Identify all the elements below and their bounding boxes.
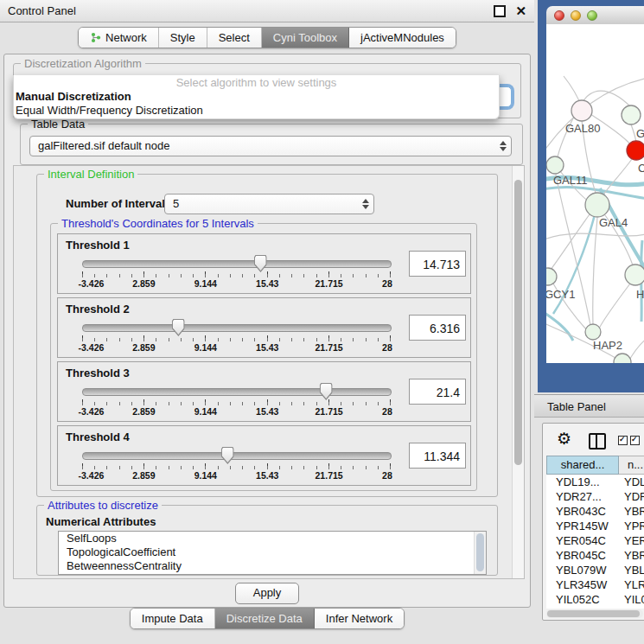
attributes-to-discretize-group: Attributes to discretize Numerical Attri…: [36, 505, 498, 576]
threshold-3-value-field[interactable]: 21.4: [409, 379, 466, 405]
cell-shared-name: YIL052C: [546, 592, 619, 607]
cell-name: YBL0...: [619, 563, 644, 577]
tick-label: 28: [382, 470, 392, 481]
tick-label: 2.859: [132, 406, 155, 417]
dropdown-item-manual-discretization[interactable]: Manual Discretization: [14, 90, 499, 104]
tick-label: -3.426: [79, 342, 105, 353]
node-gal4[interactable]: [585, 193, 609, 217]
slider-thumb[interactable]: [221, 447, 234, 464]
apply-button[interactable]: Apply: [235, 583, 299, 604]
cell-shared-name: YBL079W: [546, 563, 619, 577]
table-row[interactable]: YDR27...YDR2...: [546, 489, 644, 504]
horizontal-scrollbar[interactable]: [546, 609, 643, 618]
tab-style[interactable]: Style: [159, 28, 207, 48]
cell-name: YIL0...: [619, 592, 644, 607]
dropdown-item-equal-width-frequency[interactable]: Equal Width/Frequency Discretization: [14, 104, 499, 118]
tab-discretize-data[interactable]: Discretize Data: [215, 609, 315, 628]
tab-network[interactable]: Network: [79, 28, 159, 48]
table-row[interactable]: YER054CYER0...: [546, 533, 644, 548]
node-selected-red[interactable]: [627, 141, 644, 160]
threshold-1-value-field[interactable]: 14.713: [409, 251, 466, 277]
tick-label: 15.43: [256, 278, 278, 289]
tab-infer-network[interactable]: Infer Network: [315, 609, 404, 628]
slider-thumb[interactable]: [254, 255, 267, 272]
threshold-1-box: Threshold 1 -3.426 2.859 9.144 15.43 21.…: [57, 233, 471, 294]
bottom-tab-bar: Impute Data Discretize Data Infer Networ…: [0, 608, 534, 629]
tab-cyni-toolbox[interactable]: Cyni Toolbox: [262, 28, 349, 48]
cell-name: YBR0...: [619, 548, 644, 563]
list-item[interactable]: SelfLoops: [59, 532, 486, 545]
tab-jactivemnodules[interactable]: jActiveMNodules: [349, 28, 456, 48]
slider-thumb[interactable]: [320, 383, 333, 400]
vertical-scrollbar[interactable]: [512, 166, 524, 578]
threshold-2-slider[interactable]: [82, 324, 392, 332]
zoom-traffic-light-icon[interactable]: [587, 10, 597, 21]
table-row[interactable]: YPR145WYPR1...: [546, 519, 644, 533]
table-row[interactable]: YBL079WYBL0...: [546, 563, 644, 577]
dropdown-hint: Select algorithm to view settings: [14, 75, 499, 90]
threshold-1-slider[interactable]: [82, 260, 392, 268]
scrollbar-thumb[interactable]: [547, 610, 640, 617]
gear-icon[interactable]: ⚙: [557, 429, 571, 449]
scrollbar-thumb[interactable]: [514, 180, 522, 465]
table-data-group: Table Data galFiltered.sif default node: [20, 124, 523, 165]
table-row[interactable]: YDL19...YDL1...: [546, 475, 644, 489]
node-label: GA: [636, 127, 644, 140]
threshold-4-value-field[interactable]: 11.344: [409, 443, 466, 469]
list-scrollbar[interactable]: [474, 532, 486, 574]
column-header-shared-name[interactable]: shared...: [546, 456, 619, 475]
list-item[interactable]: BetweennessCentrality: [59, 559, 486, 573]
split-columns-icon[interactable]: [589, 433, 606, 450]
checkbox-select-all-icon[interactable]: [618, 436, 628, 445]
node-label: GAL4: [599, 216, 628, 229]
panel-title: Control Panel: [8, 4, 76, 17]
close-icon[interactable]: ✕: [515, 4, 526, 17]
tab-impute-data[interactable]: Impute Data: [131, 609, 215, 628]
tab-label: Impute Data: [142, 612, 203, 625]
group-title: Table Data: [28, 118, 88, 131]
table-row[interactable]: YBR045CYBR0...: [546, 548, 644, 563]
interval-definition-group: Interval Definition Number of Intervals …: [36, 174, 498, 497]
tick-label: 28: [382, 406, 392, 417]
group-title: Discretization Algorithm: [21, 57, 145, 70]
cell-name: YBR0...: [619, 504, 644, 519]
cell-shared-name: YBR045C: [546, 548, 619, 563]
network-view-window[interactable]: GAL80 GA C GAL11 GAL4 GCY1 H HAP2: [538, 0, 644, 392]
threshold-4-slider[interactable]: [82, 452, 392, 460]
node-label: C: [638, 162, 644, 175]
network-canvas[interactable]: GAL80 GA C GAL11 GAL4 GCY1 H HAP2: [546, 24, 644, 363]
table-data-combo[interactable]: galFiltered.sif default node: [29, 136, 512, 156]
numerical-attributes-list: SelfLoops TopologicalCoefficient Between…: [58, 531, 487, 575]
node-gcy1[interactable]: [546, 268, 557, 285]
threshold-2-value-field[interactable]: 6.316: [409, 315, 466, 341]
tab-select[interactable]: Select: [207, 28, 262, 48]
float-window-icon[interactable]: [494, 5, 506, 17]
table-row[interactable]: YLR345WYLR3...: [546, 577, 644, 592]
node-gal11[interactable]: [546, 156, 564, 174]
table-row[interactable]: YBR043CYBR0...: [546, 504, 644, 519]
tick-label: 2.859: [132, 470, 155, 481]
slider-thumb[interactable]: [172, 319, 185, 336]
threshold-label: Threshold 4: [66, 430, 130, 443]
network-window-titlebar[interactable]: [546, 6, 644, 25]
node-bottom[interactable]: [614, 354, 631, 363]
cell-shared-name: YLR345W: [546, 577, 619, 592]
tick-label: 2.859: [132, 342, 155, 353]
node-gal80[interactable]: [571, 100, 592, 121]
column-header-name[interactable]: n...: [619, 456, 644, 475]
node-top-right[interactable]: [622, 105, 641, 124]
table-panel: ⚙ shared... n... YDL19...YDL1... YDR27..…: [542, 423, 644, 621]
number-of-intervals-combo[interactable]: 5: [164, 194, 374, 214]
table-row[interactable]: YIL052CYIL0...: [546, 592, 644, 607]
settings-scroll-area: Interval Definition Number of Intervals …: [13, 165, 525, 579]
threshold-3-slider[interactable]: [82, 388, 392, 396]
node-h[interactable]: [625, 265, 644, 285]
node-hap2[interactable]: [585, 324, 601, 340]
network-tab-icon: [90, 32, 101, 43]
checkbox-select-none-icon[interactable]: [630, 436, 640, 445]
tick-label: -3.426: [79, 278, 105, 289]
list-item[interactable]: TopologicalCoefficient: [59, 545, 486, 559]
close-traffic-light-icon[interactable]: [554, 10, 564, 21]
table-header-row: shared... n...: [546, 456, 644, 475]
minimize-traffic-light-icon[interactable]: [571, 10, 581, 21]
